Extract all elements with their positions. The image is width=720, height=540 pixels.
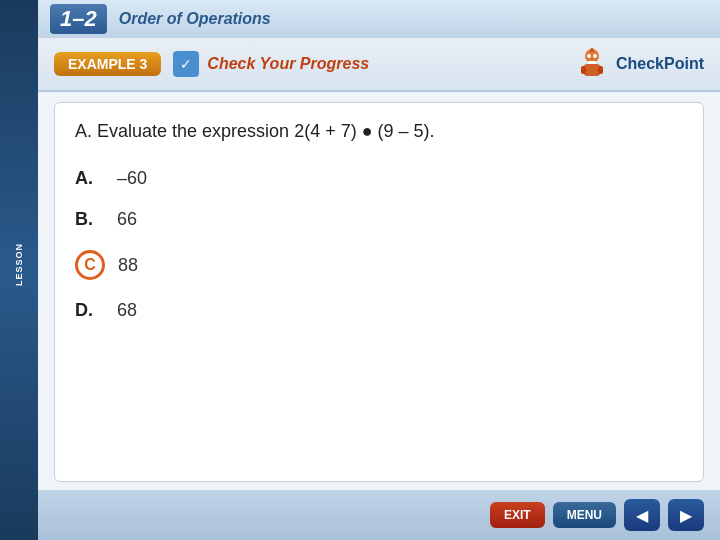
svg-point-5 bbox=[593, 54, 597, 58]
top-header: 1–2 Order of Operations bbox=[38, 0, 720, 38]
option-letter-d: D. bbox=[75, 300, 107, 321]
check-icon: ✓ bbox=[173, 51, 199, 77]
svg-rect-1 bbox=[584, 64, 600, 76]
svg-rect-6 bbox=[588, 61, 596, 64]
option-letter-b: B. bbox=[75, 209, 107, 230]
option-value-d: 68 bbox=[107, 300, 137, 321]
check-progress-label: Check Your Progress bbox=[207, 55, 369, 73]
option-value-a: –60 bbox=[107, 168, 147, 189]
exit-button[interactable]: EXIT bbox=[490, 502, 545, 528]
option-value-b: 66 bbox=[107, 209, 137, 230]
lesson-number: 1–2 bbox=[50, 4, 107, 34]
checkpoint-text: CheckPoint bbox=[616, 55, 704, 73]
menu-button[interactable]: MENU bbox=[553, 502, 616, 528]
answer-option-d[interactable]: D. 68 bbox=[75, 300, 683, 321]
lesson-title: Order of Operations bbox=[119, 10, 271, 28]
answer-options: A. –60 B. 66 C 88 D. 68 bbox=[75, 168, 683, 321]
prev-button[interactable]: ◀ bbox=[624, 499, 660, 531]
lesson-label: LESSON bbox=[14, 243, 24, 286]
example-bar: EXAMPLE 3 ✓ Check Your Progress bbox=[38, 38, 720, 92]
svg-point-7 bbox=[590, 48, 594, 52]
option-value-c: 88 bbox=[113, 255, 138, 276]
selected-circle-c: C bbox=[75, 250, 105, 280]
svg-rect-3 bbox=[598, 66, 603, 74]
checkmark-icon: ✓ bbox=[180, 56, 192, 72]
answer-option-a[interactable]: A. –60 bbox=[75, 168, 683, 189]
bottom-navigation: EXIT MENU ◀ ▶ bbox=[38, 490, 720, 540]
next-button[interactable]: ▶ bbox=[668, 499, 704, 531]
content-area: A. Evaluate the expression 2(4 + 7) ● (9… bbox=[54, 102, 704, 482]
svg-rect-2 bbox=[581, 66, 586, 74]
option-letter-a: A. bbox=[75, 168, 107, 189]
question-text: A. Evaluate the expression 2(4 + 7) ● (9… bbox=[75, 119, 683, 144]
example-badge: EXAMPLE 3 bbox=[54, 52, 161, 76]
left-sidebar: LESSON bbox=[0, 0, 38, 540]
checkpoint-logo: CheckPoint bbox=[574, 46, 704, 82]
check-progress-section: ✓ Check Your Progress bbox=[173, 51, 574, 77]
answer-option-b[interactable]: B. 66 bbox=[75, 209, 683, 230]
main-content: EXAMPLE 3 ✓ Check Your Progress bbox=[38, 38, 720, 490]
checkpoint-robot-icon bbox=[574, 46, 610, 82]
answer-option-c[interactable]: C 88 bbox=[75, 250, 683, 280]
svg-point-4 bbox=[587, 54, 591, 58]
